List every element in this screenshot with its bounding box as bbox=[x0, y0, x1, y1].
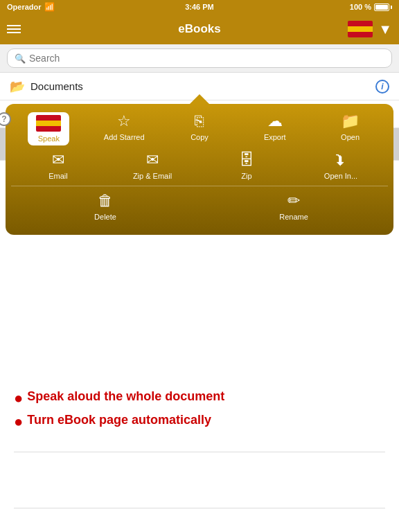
delete-label: Delete bbox=[94, 213, 116, 221]
zip-icon: 🗄 bbox=[239, 151, 254, 169]
export-label: Export bbox=[264, 133, 286, 141]
speak-label: Speak bbox=[38, 134, 60, 143]
pencil-icon: ✏ bbox=[287, 192, 300, 210]
zip-email-label: Zip & Email bbox=[133, 172, 172, 180]
documents-label: Documents bbox=[30, 80, 83, 92]
nav-title: eBooks bbox=[178, 22, 220, 36]
bullet-dot-1: ● bbox=[14, 389, 23, 407]
status-left: Operador 📶 bbox=[7, 2, 55, 12]
bullet-text-1: Speak aloud the whole document bbox=[27, 389, 224, 404]
flag-red-top bbox=[348, 21, 373, 26]
popup-item-add-starred[interactable]: ☆ Add Starred bbox=[103, 112, 145, 145]
popup-item-email[interactable]: ✉ Email bbox=[37, 151, 79, 180]
content-area: ● Speak aloud the whole document ● Turn … bbox=[0, 375, 399, 431]
menu-icon[interactable] bbox=[7, 25, 21, 33]
info-button-documents[interactable]: i bbox=[375, 80, 389, 94]
popup-item-rename[interactable]: ✏ Rename bbox=[273, 192, 314, 221]
battery-body bbox=[374, 3, 389, 11]
status-right: 100 % bbox=[350, 3, 392, 11]
rename-label: Rename bbox=[279, 213, 308, 221]
search-icon: 🔍 bbox=[15, 53, 26, 64]
email-label: Email bbox=[48, 172, 68, 180]
popup-row-2: ✉ Email ✉ Zip & Email 🗄 Zip ⮯ Open In... bbox=[11, 151, 388, 180]
separator-block bbox=[0, 452, 399, 532]
hamburger-line bbox=[7, 28, 21, 30]
zip-email-icon: ✉ bbox=[146, 151, 159, 169]
spain-flag-icon[interactable] bbox=[348, 21, 373, 37]
battery-fill bbox=[375, 5, 388, 10]
popup-divider bbox=[11, 186, 388, 186]
popup-arrow bbox=[190, 94, 209, 104]
star-icon: ☆ bbox=[117, 112, 131, 130]
popup-item-zip-email[interactable]: ✉ Zip & Email bbox=[132, 151, 173, 180]
status-bar: Operador 📶 3:46 PM 100 % bbox=[0, 0, 399, 14]
flag-yellow bbox=[348, 26, 373, 32]
popup-item-open-in[interactable]: ⮯ Open In... bbox=[320, 151, 362, 180]
open-in-icon: ⮯ bbox=[333, 151, 348, 169]
popup-row-1: Speak ☆ Add Starred ⎘ Copy ☁ Export 📁 Op… bbox=[11, 112, 388, 145]
copy-label: Copy bbox=[190, 133, 209, 141]
speak-flag-icon bbox=[36, 115, 61, 132]
popup-item-speak[interactable]: Speak bbox=[28, 112, 69, 145]
bullet-dot-2: ● bbox=[14, 413, 23, 431]
search-input-wrap[interactable]: 🔍 bbox=[7, 48, 392, 68]
trash-icon: 🗑 bbox=[98, 192, 113, 210]
zip-label: Zip bbox=[241, 172, 251, 180]
email-icon: ✉ bbox=[52, 151, 64, 169]
search-bar: 🔍 bbox=[0, 44, 399, 73]
popup-row-3: 🗑 Delete ✏ Rename bbox=[11, 192, 388, 221]
wifi-icon: 📶 bbox=[44, 2, 55, 12]
popup-item-copy[interactable]: ⎘ Copy bbox=[179, 112, 220, 145]
popup-item-delete[interactable]: 🗑 Delete bbox=[85, 192, 126, 221]
hamburger-line bbox=[7, 25, 21, 26]
line-2 bbox=[14, 508, 385, 508]
bullet-text-2: Turn eBook page automatically bbox=[27, 413, 211, 427]
file-row-left: 📂 Documents bbox=[10, 79, 83, 94]
copy-icon: ⎘ bbox=[195, 112, 204, 130]
battery-percent: 100 % bbox=[350, 3, 371, 11]
nav-left[interactable] bbox=[7, 25, 21, 33]
popup-item-export[interactable]: ☁ Export bbox=[254, 112, 296, 145]
bullet-line-1: ● Speak aloud the whole document bbox=[14, 389, 385, 407]
hamburger-line bbox=[7, 32, 21, 33]
nav-bar: eBooks ▼ bbox=[0, 14, 399, 44]
add-starred-label: Add Starred bbox=[104, 133, 145, 141]
open-in-label: Open In... bbox=[324, 172, 357, 180]
bullet-line-2: ● Turn eBook page automatically bbox=[14, 413, 385, 431]
nav-right: ▼ bbox=[348, 21, 392, 37]
popup-menu: Speak ☆ Add Starred ⎘ Copy ☁ Export 📁 Op… bbox=[6, 104, 393, 235]
popup-item-open[interactable]: 📁 Open bbox=[330, 112, 371, 145]
open-label: Open bbox=[341, 133, 360, 141]
line-1 bbox=[14, 452, 385, 452]
export-icon: ☁ bbox=[267, 112, 283, 130]
status-time: 3:46 PM bbox=[185, 3, 214, 11]
battery-tip bbox=[391, 6, 392, 9]
carrier-label: Operador bbox=[7, 3, 42, 11]
flag-red-bottom bbox=[348, 32, 373, 37]
battery-indicator bbox=[374, 3, 392, 11]
search-input[interactable] bbox=[29, 53, 384, 64]
folder-icon: 📂 bbox=[10, 79, 25, 94]
popup-item-zip[interactable]: 🗄 Zip bbox=[226, 151, 267, 180]
chevron-down-icon[interactable]: ▼ bbox=[378, 22, 392, 36]
open-icon: 📁 bbox=[341, 112, 360, 130]
